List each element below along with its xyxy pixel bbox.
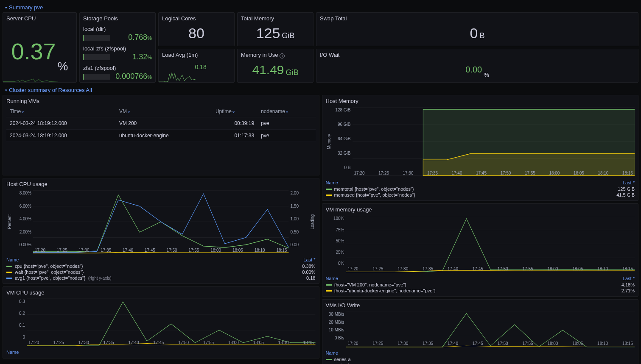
stat-unit: B	[479, 31, 484, 43]
plot-area[interactable]: 17:2017:2517:3017:3517:4017:4517:5017:55…	[33, 189, 289, 255]
legend-value: 2.71%	[621, 288, 635, 293]
y-axis-label-right: Loading	[309, 214, 316, 230]
legend: Name	[6, 347, 316, 356]
y-axis: 100%75%50%25%0%	[326, 214, 346, 273]
stat-value: 41.49	[252, 63, 284, 77]
filter-icon: ▿	[285, 109, 288, 114]
panel-memory-in-use[interactable]: Memory in Usei 41.49GiB	[237, 49, 314, 83]
plot-area[interactable]: 17:2017:2517:3017:3517:4017:4517:5017:55…	[346, 310, 635, 348]
section-header-cluster[interactable]: Cluster summary of Resources All	[3, 85, 638, 95]
x-axis: 17:2017:2517:3017:3517:4017:4517:5017:55…	[33, 248, 289, 255]
legend-name-header: Name	[6, 257, 19, 262]
panel-vm-memory-usage[interactable]: VM memory usage100%75%50%25%0%17:2017:25…	[322, 203, 639, 297]
table-row[interactable]: 2024-03-24 18:19:12.000ubuntu-docker-eng…	[6, 130, 316, 142]
stat-unit: %	[484, 72, 489, 79]
table-row[interactable]: 2024-03-24 18:19:12.000VM 20000:39:19pve	[6, 117, 316, 130]
panel-title: Storage Pools	[83, 15, 152, 23]
panel-server-cpu[interactable]: Server CPU 0.37 %	[3, 12, 77, 83]
legend: Name series-a series-b	[326, 348, 635, 364]
panel-title: VMs I/O Write	[326, 302, 635, 310]
legend-last-header: Last *	[303, 257, 315, 262]
y-axis: 30 MB/s20 MB/s10 MB/s0 B/s	[326, 310, 346, 348]
legend-value: 41.5 GiB	[616, 192, 635, 197]
col-time[interactable]: Time▿	[6, 106, 116, 117]
legend-item[interactable]: {host="ubuntu-docker-engine", nodename="…	[326, 288, 635, 294]
storage-pct: 0.768%	[114, 33, 152, 42]
legend-item[interactable]: series-a	[326, 356, 635, 362]
stat-unit: GiB	[282, 31, 294, 43]
storage-bar	[83, 74, 110, 80]
legend: NameLast * cpu {host="pve", object="node…	[6, 255, 316, 281]
plot-area[interactable]: 17:2017:2517:3017:3517:4017:4517:5017:55…	[346, 214, 635, 273]
panel-load-avg[interactable]: Load Avg (1m) 0.18	[158, 49, 235, 83]
legend-last-header: Last *	[623, 276, 635, 281]
info-icon[interactable]: i	[280, 53, 285, 58]
panel-title: VM memory usage	[326, 206, 635, 214]
col-nodename[interactable]: nodename▿	[258, 106, 315, 117]
stat-value: 0.37	[11, 38, 56, 64]
filter-icon: ▿	[127, 109, 130, 114]
legend-name-header: Name	[326, 350, 338, 356]
section-title: Cluster summary of Resources All	[9, 87, 92, 93]
storage-bar	[83, 35, 110, 41]
storage-pool-row: local (dir) 0.768%	[83, 25, 152, 42]
y-axis-label: Percent	[6, 214, 13, 229]
panel-host-cpu-usage[interactable]: Host CPU usagePercent8.00%6.00%4.00%2.00…	[3, 178, 319, 284]
panel-total-memory[interactable]: Total Memory 125GiB	[237, 12, 314, 46]
storage-pool-name: local-zfs (zfspool)	[83, 44, 152, 53]
stat-value: 80	[188, 25, 204, 42]
x-axis: 17:2017:2517:3017:3517:4017:4517:5017:55…	[346, 341, 635, 348]
panel-title: Load Avg (1m)	[162, 52, 231, 60]
legend-item[interactable]: memused {host="pve", object="nodes"} 41.…	[326, 192, 635, 198]
panel-title: Memory in Usei	[241, 52, 310, 60]
panel-running-vms[interactable]: Running VMs Time▿ VM▿ Uptime▿ nodename▿ …	[3, 95, 319, 175]
filter-icon: ▿	[21, 109, 24, 114]
legend-value: 125 GiB	[618, 186, 635, 192]
legend-item[interactable]: memtotal {host="pve", object="nodes"} 12…	[326, 186, 635, 192]
y-axis-right: 2.001.501.000.500.00	[289, 189, 309, 255]
legend-item[interactable]: {host="VM 200", nodename="pve"} 4.18%	[326, 282, 635, 288]
section-header-summary[interactable]: Summary pve	[3, 3, 638, 12]
panel-title: Swap Total	[320, 15, 635, 23]
stat-value: 0	[470, 25, 478, 42]
legend-item[interactable]: wait {host="pve", object="nodes"} 0.00%	[6, 269, 316, 275]
x-axis: 17:2017:2517:3017:3517:4017:4517:5017:55…	[346, 267, 635, 273]
plot-area[interactable]: 17:2017:2517:3017:3517:4017:4517:5017:55…	[27, 297, 316, 347]
legend-name-header: Name	[6, 350, 19, 355]
panel-title: Running VMs	[6, 98, 316, 106]
panel-storage-pools[interactable]: Storage Pools local (dir) 0.768% local-z…	[79, 12, 156, 83]
legend-value: 4.18%	[621, 282, 635, 287]
panel-swap-total[interactable]: Swap Total 0B	[316, 12, 638, 46]
sparkline	[159, 71, 196, 82]
col-uptime[interactable]: Uptime▿	[212, 106, 258, 117]
y-axis-label: Memory	[326, 134, 332, 149]
x-axis: 17:2017:2517:3017:3517:4017:4517:5017:55…	[353, 171, 635, 178]
panel-host-memory[interactable]: Host MemoryMemory128 GiB96 GiB64 GiB32 G…	[322, 95, 639, 201]
panel-vm-cpu-usage[interactable]: VM CPU usage0.30.20.1017:2017:2517:3017:…	[3, 286, 319, 358]
stat-unit: %	[58, 60, 68, 79]
panel-io-wait[interactable]: I/O Wait 0.00%	[316, 49, 638, 83]
panel-title: Host Memory	[326, 98, 635, 106]
panel-title: Total Memory	[241, 15, 310, 23]
storage-bar	[83, 54, 110, 60]
legend-value: 0.00%	[302, 270, 315, 275]
storage-pool-row: zfs1 (zfspool) 0.000766%	[83, 64, 152, 81]
storage-pool-row: local-zfs (zfspool) 1.32%	[83, 44, 152, 61]
plot-area[interactable]: 17:2017:2517:3017:3517:4017:4517:5017:55…	[353, 106, 635, 178]
legend-name-header: Name	[326, 180, 338, 185]
storage-pool-name: zfs1 (zfspool)	[83, 64, 152, 72]
legend-last-header: Last *	[623, 180, 635, 185]
legend-item[interactable]: series-b	[326, 362, 635, 364]
legend-value: 0.18	[306, 275, 315, 281]
y-axis: 8.00%6.00%4.00%2.00%0.00%	[13, 189, 33, 255]
col-vm[interactable]: VM▿	[116, 106, 212, 117]
panel-logical-cores[interactable]: Logical Cores 80	[158, 12, 235, 46]
stat-value: 125	[256, 25, 280, 42]
filter-icon: ▿	[232, 109, 235, 114]
panel-vms-io-write[interactable]: VMs I/O Write30 MB/s20 MB/s10 MB/s0 B/s1…	[322, 299, 639, 364]
panel-title: I/O Wait	[320, 52, 635, 60]
legend-value: 0.38%	[302, 264, 315, 269]
legend-item[interactable]: avg1 {host="pve", object="nodes"} (right…	[6, 275, 316, 281]
legend-item[interactable]: cpu {host="pve", object="nodes"} 0.38%	[6, 263, 316, 269]
panel-title: Server CPU	[6, 15, 73, 23]
